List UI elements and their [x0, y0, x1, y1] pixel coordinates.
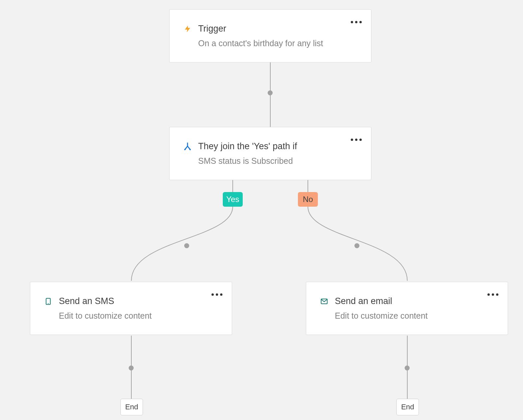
phone-icon	[44, 297, 53, 306]
trigger-node[interactable]: Trigger On a contact's birthday for any …	[169, 9, 371, 62]
send-email-node[interactable]: Send an email Edit to customize content	[306, 282, 508, 335]
connector-lines	[0, 0, 523, 420]
more-menu-button[interactable]	[211, 293, 222, 296]
more-menu-button[interactable]	[351, 139, 362, 141]
node-description: Edit to customize content	[320, 311, 498, 321]
end-node: End	[396, 399, 419, 415]
connector-add-dot[interactable]	[405, 366, 410, 370]
split-icon	[183, 142, 192, 151]
node-title: Send an SMS	[59, 296, 114, 306]
yes-branch-label: Yes	[223, 192, 243, 207]
end-node: End	[120, 399, 143, 415]
send-sms-node[interactable]: Send an SMS Edit to customize content	[30, 282, 232, 335]
more-menu-button[interactable]	[351, 21, 362, 23]
lightning-icon	[183, 24, 192, 34]
email-icon	[320, 297, 329, 306]
connector-add-dot[interactable]	[184, 243, 189, 248]
node-description: Edit to customize content	[44, 311, 222, 321]
condition-node[interactable]: They join the 'Yes' path if SMS status i…	[169, 127, 371, 180]
connector-add-dot[interactable]	[129, 366, 134, 370]
node-title: Trigger	[198, 24, 226, 34]
svg-point-6	[48, 303, 49, 304]
node-description: On a contact's birthday for any list	[183, 39, 361, 48]
node-title: They join the 'Yes' path if	[198, 141, 297, 152]
more-menu-button[interactable]	[487, 293, 498, 296]
node-description: SMS status is Subscribed	[183, 156, 361, 166]
no-branch-label: No	[298, 192, 318, 207]
connector-add-dot[interactable]	[354, 243, 359, 248]
connector-add-dot[interactable]	[268, 90, 273, 95]
node-title: Send an email	[335, 296, 392, 306]
